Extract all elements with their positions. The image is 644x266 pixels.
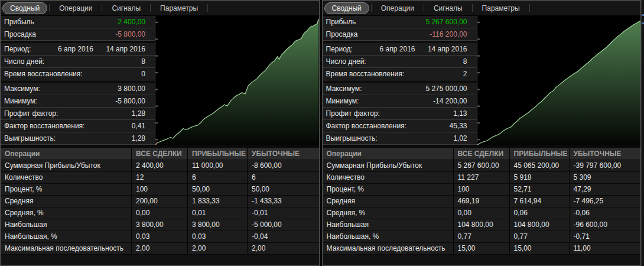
equity-curve-chart[interactable] — [155, 16, 319, 145]
column-header-losing[interactable]: УБЫТОЧНЫЕ — [570, 148, 641, 160]
row-label: Наибольшая, % — [323, 231, 454, 243]
table-row[interactable]: Средняя 200,00 1 833,33 -1 433,33 — [1, 196, 319, 207]
stat-row-profit: Прибыль 5 267 600,00 — [323, 16, 477, 28]
trades-statistics-table: Операции ВСЕ СДЕЛКИ ПРИБЫЛЬНЫЕ УБЫТОЧНЫЕ… — [323, 148, 641, 265]
stat-row-days: Число дней: 8 — [323, 56, 477, 68]
stat-value: 1,28 — [132, 132, 145, 144]
cell-value: 45 065 200,00 — [510, 160, 570, 172]
tab-separator — [102, 4, 102, 12]
stat-row-profit-factor: Профит фактор: 1,28 — [1, 108, 155, 120]
column-header-all-trades[interactable]: ВСЕ СДЕЛКИ — [454, 148, 510, 160]
stat-value: 3 800,00 — [118, 83, 145, 95]
cell-value: 11 227 — [454, 172, 510, 184]
stat-row-period: Период: 6 апр 2016 14 апр 2016 — [323, 43, 477, 56]
table-row[interactable]: Максимальная последовательность 2,00 2,0… — [1, 243, 319, 255]
column-header-operations[interactable]: Операции — [323, 148, 454, 160]
scrollbar[interactable] — [641, 0, 644, 266]
table-row[interactable]: Наибольшая 104 800,00 104 800,00 -96 600… — [323, 219, 641, 231]
scrollbar-mark — [642, 22, 644, 24]
table-row[interactable]: Количество 11 227 5 918 5 309 — [323, 172, 641, 184]
cell-value: 5 267 600,00 — [454, 160, 510, 172]
tab-separator — [371, 4, 372, 12]
cell-value: -0,06 — [570, 207, 641, 219]
table-row[interactable]: Максимальная последовательность 15,00 15… — [323, 243, 641, 255]
stat-label: Период: — [4, 43, 58, 55]
cell-value: 469,19 — [454, 196, 510, 207]
table-row[interactable]: Суммарная Прибыль/Убыток 5 267 600,00 45… — [323, 160, 641, 172]
stat-row-recovery-factor: Фактор восстановления: 0,41 — [1, 120, 155, 132]
row-label: Процент, % — [1, 184, 132, 196]
cell-value: -7 496,25 — [570, 196, 641, 207]
row-label: Максимальная последовательность — [323, 243, 454, 255]
row-label: Количество — [1, 172, 132, 184]
stat-row-drawdown: Просадка -116 200,00 — [323, 28, 477, 41]
row-label: Суммарная Прибыль/Убыток — [323, 160, 454, 172]
column-header-operations[interactable]: Операции — [1, 148, 132, 160]
equity-curve-chart[interactable] — [477, 16, 641, 145]
cell-value: 50,00 — [248, 184, 319, 196]
stat-label: Выигрышность: — [326, 132, 454, 144]
stat-row-profit-factor: Профит фактор: 1,13 — [323, 108, 477, 120]
stat-label: Прибыль — [326, 16, 426, 28]
axis-ticks — [477, 22, 480, 140]
tab-parameters[interactable]: Параметры — [152, 2, 206, 14]
stat-label: Выигрышность: — [4, 132, 132, 144]
stat-value-period-end: 14 апр 2016 — [93, 43, 145, 55]
stat-label: Число дней: — [4, 56, 141, 67]
cell-value: -0,04 — [248, 231, 319, 243]
table-row[interactable]: Наибольшая 3 800,00 3 800,00 -5 000,00 — [1, 219, 319, 231]
table-header-row: Операции ВСЕ СДЕЛКИ ПРИБЫЛЬНЫЕ УБЫТОЧНЫЕ — [1, 148, 319, 160]
stat-value-profit: 2 400,00 — [118, 16, 145, 28]
stat-label: Время восстановления: — [326, 68, 463, 80]
cell-value: 12 — [132, 172, 188, 184]
stat-value: 45,33 — [449, 120, 467, 132]
stat-value-period-end: 14 апр 2016 — [415, 43, 467, 55]
table-row[interactable]: Процент, % 100 50,00 50,00 — [1, 184, 319, 196]
stat-row-recovery-time: Время восстановления: 2 — [323, 68, 477, 80]
column-header-all-trades[interactable]: ВСЕ СДЕЛКИ — [132, 148, 188, 160]
stat-row-minimum: Минимум: -5 800,00 — [1, 95, 155, 108]
table-row[interactable]: Процент, % 100 52,71 47,29 — [323, 184, 641, 196]
tab-separator — [207, 4, 208, 12]
table-row[interactable]: Средняя 469,19 7 614,94 -7 496,25 — [323, 196, 641, 207]
cell-value: 11,00 — [570, 243, 641, 255]
tab-operations[interactable]: Операции — [373, 2, 422, 14]
stat-label: Минимум: — [326, 95, 434, 107]
table-row[interactable]: Средняя, % 0,00 0,01 -0,01 — [1, 207, 319, 219]
tab-signals[interactable]: Сигналы — [104, 2, 148, 14]
stat-value: 1,02 — [453, 132, 467, 144]
tab-signals[interactable]: Сигналы — [426, 2, 470, 14]
tab-summary[interactable]: Сводный — [324, 2, 369, 14]
table-row[interactable]: Наибольшая, % 0,03 0,03 -0,04 — [1, 231, 319, 243]
cell-value: 15,00 — [454, 243, 510, 255]
table-row[interactable]: Наибольшая, % 0,77 0,77 -0,71 — [323, 231, 641, 243]
row-label: Средняя, % — [323, 207, 454, 219]
row-label: Средняя — [323, 196, 454, 207]
cell-value: 104 800,00 — [510, 219, 570, 231]
row-label: Средняя, % — [1, 207, 132, 219]
stat-row-maximum: Максимум: 5 275 000,00 — [323, 83, 477, 95]
stat-value-period-start: 6 апр 2016 — [380, 43, 415, 55]
column-header-losing[interactable]: УБЫТОЧНЫЕ — [248, 148, 319, 160]
report-panel-right: Сводный Операции Сигналы Параметры Прибы… — [322, 0, 642, 266]
table-row[interactable]: Количество 12 6 6 — [1, 172, 319, 184]
cell-value: 2,00 — [132, 243, 188, 255]
cell-value: 0,77 — [454, 231, 510, 243]
tab-summary[interactable]: Сводный — [2, 2, 47, 14]
stat-row-profit: Прибыль 2 400,00 — [1, 16, 155, 28]
stat-value: -14 200,00 — [433, 95, 467, 107]
stat-label: Максимум: — [4, 83, 118, 95]
cell-value: 0,00 — [132, 207, 188, 219]
tab-parameters[interactable]: Параметры — [474, 2, 528, 14]
table-row[interactable]: Суммарная Прибыль/Убыток 2 400,00 11 000… — [1, 160, 319, 172]
table-row[interactable]: Средняя, % 0,00 0,06 -0,06 — [323, 207, 641, 219]
cell-value: 47,29 — [570, 184, 641, 196]
cell-value: 5 918 — [510, 172, 570, 184]
cell-value: 5 309 — [570, 172, 641, 184]
summary-stats: Прибыль 5 267 600,00 Просадка -116 200,0… — [323, 16, 477, 145]
column-header-profitable[interactable]: ПРИБЫЛЬНЫЕ — [188, 148, 248, 160]
tab-separator — [529, 4, 530, 12]
tab-separator — [472, 4, 473, 12]
column-header-profitable[interactable]: ПРИБЫЛЬНЫЕ — [510, 148, 570, 160]
tab-operations[interactable]: Операции — [51, 2, 100, 14]
